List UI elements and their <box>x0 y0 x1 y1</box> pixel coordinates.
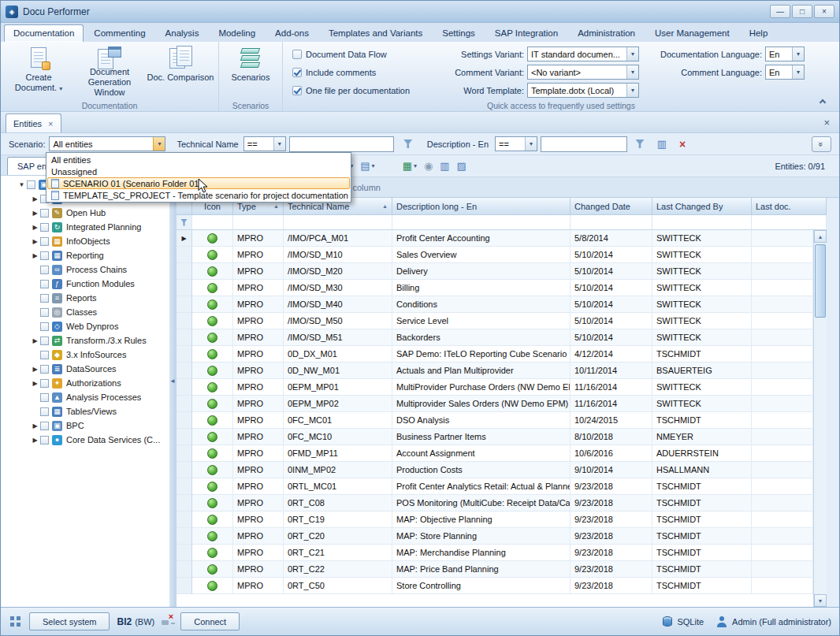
filter-cell[interactable] <box>192 215 233 230</box>
ribbon-checkbox[interactable]: Document Data Flow <box>292 50 433 59</box>
table-row[interactable]: ▶ MPRO /IMO/PCA_M01 Profit Center Accoun… <box>177 230 813 247</box>
table-row[interactable]: MPRO 0EPM_MP01 MultiProvider Purchase Or… <box>177 379 813 396</box>
table-row[interactable]: MPRO 0RT_C08 POS Monitoring (MultiCube: … <box>177 495 813 511</box>
ribbon-tab[interactable]: Administration <box>568 24 645 42</box>
tree-expand-icon[interactable]: ▶ <box>30 437 40 444</box>
table-row[interactable]: MPRO /IMO/SD_M30 Billing 5/10/2014 SWITT… <box>177 280 813 296</box>
scenario-dropdown-item[interactable]: Unassigned <box>47 166 350 177</box>
filter-cell[interactable] <box>284 215 392 230</box>
filter-cell[interactable] <box>652 215 752 230</box>
clear-filter-button[interactable]: × <box>675 136 690 152</box>
ribbon-tab[interactable]: Modeling <box>209 24 265 42</box>
description-filter-button[interactable] <box>632 136 648 152</box>
technical-name-filter-button[interactable] <box>400 136 416 152</box>
tree-item[interactable]: ▶ ✎ Open Hub <box>1 206 169 220</box>
tree-checkbox[interactable] <box>40 294 49 303</box>
table-row[interactable]: MPRO 0D_NW_M01 Actuals and Plan Multipro… <box>177 363 813 379</box>
expand-filter-button[interactable]: » <box>812 136 831 152</box>
tree-expand-icon[interactable]: ▶ <box>30 366 40 373</box>
technical-name-filter-input[interactable] <box>289 136 394 152</box>
ribbon-checkbox[interactable]: One file per documentation <box>292 86 433 95</box>
tree-expand-icon[interactable]: ▶ <box>30 422 40 430</box>
maximize-button[interactable]: □ <box>792 5 812 18</box>
tree-expand-icon[interactable]: ▶ <box>30 380 40 387</box>
table-row[interactable]: MPRO 0INM_MP02 Production Costs 9/10/201… <box>177 462 813 478</box>
tree-checkbox[interactable] <box>40 280 49 288</box>
filter-cell[interactable] <box>392 215 571 230</box>
column-header-last-doc[interactable]: Last doc. <box>752 198 827 215</box>
collapse-panel-icon[interactable]: ◄ <box>169 378 176 385</box>
tree-checkbox[interactable] <box>40 422 49 430</box>
filter-editor-button[interactable]: ▥ <box>654 136 670 152</box>
table-row[interactable]: MPRO /IMO/SD_M10 Sales Overview 5/10/201… <box>177 247 813 263</box>
tree-item[interactable]: ≡ Reports <box>1 291 169 305</box>
ribbon-big-button[interactable]: Document Generation Window ▾ <box>75 43 144 98</box>
ribbon-tab[interactable]: Add-ons <box>266 24 318 42</box>
connect-button[interactable]: Connect <box>180 612 240 630</box>
tree-checkbox[interactable] <box>40 322 49 331</box>
ribbon-setting-combo[interactable]: Template.dotx (Local)▾ <box>527 83 639 98</box>
table-row[interactable]: MPRO /IMO/SD_M51 Backorders 5/10/2014 SW… <box>177 329 813 346</box>
table-row[interactable]: MPRO 0RT_C21 MAP: Merchandise Planning 9… <box>177 545 813 561</box>
tree-checkbox[interactable] <box>27 180 35 189</box>
table-row[interactable]: MPRO 0FC_MC01 DSO Analysis 10/24/2015 TS… <box>177 412 813 429</box>
scroll-down-button[interactable]: ▼ <box>814 594 827 607</box>
table-row[interactable]: MPRO 0D_DX_M01 SAP Demo: ITeLO Reporting… <box>177 346 813 363</box>
scenario-dropdown-item[interactable]: All entities <box>47 154 350 166</box>
ribbon-big-button[interactable]: Create Document. ▾ <box>4 43 73 98</box>
tree-checkbox[interactable] <box>40 393 49 402</box>
table-row[interactable]: MPRO 0EPM_MP02 Multiprovider Sales Order… <box>177 396 813 412</box>
table-row[interactable]: MPRO /IMO/SD_M50 Service Level 5/10/2014… <box>177 313 813 329</box>
word-preview-dropdown[interactable]: ▤▾ <box>358 158 377 175</box>
tree-item[interactable]: ▶ ⇄ Transform./3.x Rules <box>1 333 169 348</box>
tree-item[interactable]: ◇ Web Dynpros <box>1 319 169 333</box>
tree-item[interactable]: ▶ ▦ Reporting <box>1 248 169 262</box>
tree-expand-icon[interactable]: ▶ <box>30 224 40 231</box>
table-row[interactable]: MPRO 0RT_C22 MAP: Price Band Planning 9/… <box>177 561 813 578</box>
table-row[interactable]: MPRO 0RT_C20 MAP: Store Planning 9/23/20… <box>177 528 813 545</box>
description-operator-combo[interactable]: ==▾ <box>495 136 537 151</box>
doc-comparison-button[interactable]: ▨▾ <box>455 158 469 175</box>
ribbon-setting-combo[interactable]: IT standard documen...▾ <box>527 46 639 61</box>
column-header-changed-date[interactable]: Changed Date <box>571 198 652 215</box>
table-row[interactable]: MPRO /IMO/SD_M20 Delivery 5/10/2014 SWIT… <box>177 263 813 280</box>
tree-item[interactable]: ▶ ↻ Integrated Planning <box>1 220 169 234</box>
tree-expand-icon[interactable]: ▶ <box>30 238 40 245</box>
tree-item[interactable]: ▶ ✦ Authorizations <box>1 376 169 390</box>
tree-checkbox[interactable] <box>40 266 49 274</box>
tree-item[interactable]: ▦ Tables/Views <box>1 404 169 418</box>
filter-cell[interactable] <box>233 215 284 230</box>
show-comments-button[interactable]: ◉▾ <box>422 158 435 175</box>
tree-checkbox[interactable] <box>40 308 49 317</box>
close-button[interactable]: × <box>814 5 834 18</box>
description-filter-input[interactable] <box>541 136 627 152</box>
tree-item[interactable]: ▲ Analysis Processes <box>1 390 169 404</box>
column-header-last-changed-by[interactable]: Last Changed By <box>652 198 752 215</box>
tree-expand-icon[interactable]: ▶ <box>30 337 40 344</box>
ribbon-tab[interactable]: Analysis <box>156 24 209 42</box>
table-row[interactable]: MPRO 0RTL_MC01 Profit Center Analytics R… <box>177 478 813 495</box>
tree-checkbox[interactable] <box>40 379 49 388</box>
tree-checkbox[interactable] <box>40 337 49 345</box>
technical-name-operator-combo[interactable]: ==▾ <box>243 136 286 151</box>
tree-item[interactable]: ∞ Process Chains <box>1 262 169 277</box>
scenarios-button[interactable]: Scenarios <box>222 43 279 98</box>
tab-close-icon[interactable]: × <box>48 119 53 128</box>
ribbon-tab[interactable]: Documentation <box>4 24 84 42</box>
ribbon-tab[interactable]: Commenting <box>84 24 154 42</box>
generation-window-button[interactable]: ▥▾ <box>437 158 452 175</box>
table-row[interactable]: MPRO /IMO/SD_M40 Conditions 5/10/2014 SW… <box>177 296 813 313</box>
tree-item[interactable]: ƒ Function Modules <box>1 277 169 291</box>
tree-item[interactable]: ▶ ≣ DataSources <box>1 362 169 376</box>
tree-expand-icon[interactable]: ▶ <box>30 252 40 259</box>
scrollbar-thumb[interactable] <box>815 244 826 318</box>
column-header-description[interactable]: Description long - En <box>392 198 571 215</box>
ribbon-language-combo[interactable]: En▾ <box>765 46 805 61</box>
export-list-dropdown[interactable]: ▦▾ <box>400 158 419 175</box>
tree-checkbox[interactable] <box>40 351 49 359</box>
ribbon-collapse-button[interactable] <box>813 97 832 109</box>
vertical-scrollbar[interactable]: ▲ ▼ <box>813 230 827 607</box>
ribbon-tab[interactable]: User Management <box>645 24 739 42</box>
scroll-up-button[interactable]: ▲ <box>814 230 827 243</box>
tree-checkbox[interactable] <box>40 209 49 218</box>
